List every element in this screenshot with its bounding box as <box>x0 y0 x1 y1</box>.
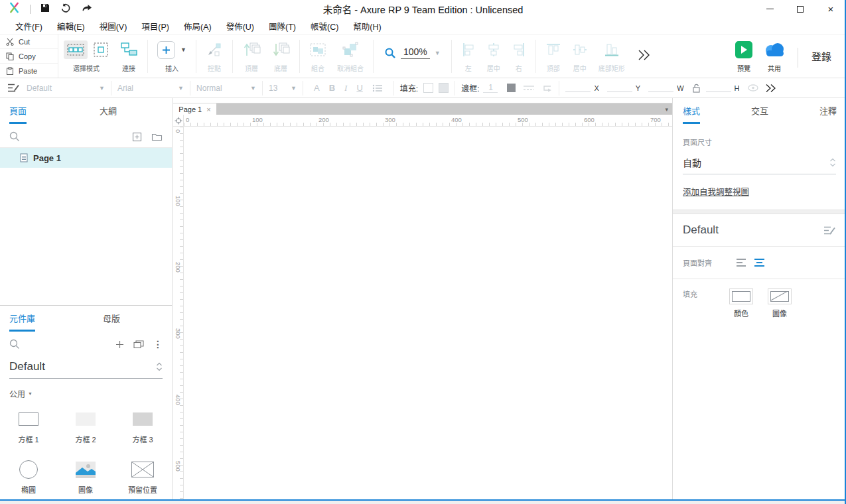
add-adaptive-views-link[interactable]: 添加自我調整視圖 <box>683 185 749 198</box>
scissors-icon <box>6 38 14 46</box>
tab-interactions[interactable]: 交互 <box>751 104 768 122</box>
add-folder-button[interactable] <box>151 132 163 141</box>
tab-libraries[interactable]: 元件庫 <box>9 312 35 332</box>
copy-button[interactable]: Copy <box>0 49 58 64</box>
design-canvas[interactable] <box>184 127 672 499</box>
menu-item-arrange[interactable]: 佈局(A) <box>176 18 219 34</box>
insert-button[interactable]: ▼ 插入 <box>152 40 192 73</box>
align-left-button: 左 <box>456 40 481 73</box>
font-weight-select[interactable]: Normal ▼ <box>196 84 256 93</box>
page-size-select[interactable]: 自動 <box>683 156 836 174</box>
ellipse-widget-icon <box>19 460 38 479</box>
w-field[interactable] <box>648 84 673 92</box>
page-align-left-icon[interactable] <box>736 258 747 267</box>
search-icon[interactable] <box>9 339 20 349</box>
zoom-value[interactable]: 100% <box>401 46 430 59</box>
widget-placeholder[interactable]: 預留位置 <box>114 456 171 495</box>
share-button[interactable]: 共用 <box>758 40 791 73</box>
libraries-panel-tabs: 元件庫 母版 <box>0 306 172 334</box>
page-tree-item-page1[interactable]: Page 1 <box>0 148 172 168</box>
fill-image-swatch[interactable] <box>768 288 792 304</box>
zoom-caret-icon[interactable]: ▼ <box>435 50 441 56</box>
tab-outline[interactable]: 大綱 <box>100 104 117 122</box>
edit-page-style-icon[interactable] <box>823 225 836 236</box>
bold-button: B <box>329 83 335 93</box>
menu-item-help[interactable]: 幫助(H) <box>346 18 388 34</box>
axure-app-window: 未命名 - Axure RP 9 Team Edition : Unlicens… <box>0 0 846 504</box>
tab-close-icon[interactable]: × <box>206 105 210 113</box>
duplicate-library-icon[interactable] <box>133 340 144 349</box>
align-right-button: 右 <box>506 40 531 73</box>
select-mode-button[interactable]: 選擇模式 <box>58 40 114 73</box>
library-section-common[interactable]: 公用 ▼ <box>9 388 163 399</box>
align-center-button: 居中 <box>481 40 506 73</box>
tab-pages[interactable]: 頁面 <box>9 104 27 124</box>
page-style-name: Default <box>683 223 719 237</box>
library-select[interactable]: Default <box>9 360 163 379</box>
vertical-ruler[interactable]: 0 100 200 300 400 500 <box>173 127 184 499</box>
inspector-tabs: 樣式 交互 注釋 <box>673 98 846 126</box>
updown-chevron-icon <box>829 158 836 167</box>
minimize-button[interactable] <box>754 0 785 18</box>
fill-color-option[interactable]: 顏色 <box>729 288 753 318</box>
x-field[interactable] <box>565 84 591 92</box>
fill-image-option[interactable]: 圖像 <box>768 288 792 318</box>
select-intersect-icon[interactable] <box>64 40 88 59</box>
paste-button[interactable]: Paste <box>0 64 58 78</box>
widget-ellipse[interactable]: 橢圓 <box>0 456 57 495</box>
canvas-tab-page1[interactable]: Page 1 × <box>173 103 217 115</box>
ruler-origin-control[interactable] <box>173 115 184 127</box>
h-field[interactable] <box>706 84 731 92</box>
updown-chevron-icon <box>156 362 163 371</box>
font-family-select[interactable]: Arial ▼ <box>117 84 184 93</box>
zoom-control[interactable]: 100% ▼ <box>378 46 447 59</box>
menu-item-edit[interactable]: 編輯(E) <box>50 18 92 34</box>
close-button[interactable]: × <box>815 0 846 18</box>
widget-image[interactable]: 圖像 <box>57 456 114 495</box>
send-to-back-button: 底層 <box>266 40 295 73</box>
cut-button[interactable]: Cut <box>0 34 58 49</box>
menu-item-publish[interactable]: 發佈(U) <box>219 18 261 34</box>
horizontal-ruler[interactable]: 0 100 200 300 400 500 600 700 <box>184 115 672 127</box>
widget-box2[interactable]: 方框 2 <box>57 406 114 444</box>
font-size-select[interactable]: 13 ▼ <box>269 84 297 93</box>
login-button[interactable]: 登錄 <box>805 40 846 63</box>
redo-button[interactable] <box>81 3 93 16</box>
connect-button[interactable]: 連接 <box>114 40 143 73</box>
preview-button[interactable]: 預覽 <box>730 40 758 73</box>
select-contain-icon[interactable] <box>93 42 109 58</box>
canvas-tab-bar: Page 1 × ▾ <box>173 103 672 115</box>
add-library-button[interactable] <box>115 340 124 349</box>
menu-item-account[interactable]: 帳號(C) <box>303 18 346 34</box>
undo-button[interactable] <box>60 3 72 16</box>
tab-notes[interactable]: 注釋 <box>819 104 837 122</box>
add-page-button[interactable] <box>132 132 142 142</box>
widget-box1[interactable]: 方框 1 <box>0 406 57 444</box>
save-button[interactable] <box>40 3 50 16</box>
widget-box3[interactable]: 方框 3 <box>114 406 171 444</box>
menu-item-team[interactable]: 團隊(T) <box>261 18 303 34</box>
fill-color-swatch[interactable] <box>729 288 753 304</box>
kebab-menu-icon[interactable]: ⋮ <box>153 339 163 349</box>
toolbar-overflow-button[interactable] <box>630 49 657 64</box>
align-middle-icon <box>572 42 588 58</box>
insert-caret-icon[interactable]: ▼ <box>180 46 186 53</box>
search-icon[interactable] <box>9 131 20 142</box>
maximize-button[interactable] <box>785 0 815 18</box>
tab-masters[interactable]: 母版 <box>103 312 120 330</box>
lock-ratio-icon[interactable] <box>692 84 701 93</box>
stylebar-overflow-button[interactable] <box>765 84 776 93</box>
menu-item-view[interactable]: 視圖(V) <box>92 18 135 34</box>
page-align-center-icon[interactable] <box>754 258 765 267</box>
italic-button: I <box>344 83 347 94</box>
font-color-button: A <box>314 83 320 93</box>
menu-item-project[interactable]: 項目(P) <box>134 18 176 34</box>
y-field[interactable] <box>607 84 632 92</box>
style-preset-select[interactable]: Default ▼ <box>27 84 105 93</box>
bring-to-front-button: 頂層 <box>237 40 266 73</box>
tab-list-caret-icon[interactable]: ▾ <box>665 106 668 113</box>
menu-item-file[interactable]: 文件(F) <box>8 18 50 34</box>
border-label: 邊框: <box>461 82 479 94</box>
tab-style[interactable]: 樣式 <box>683 104 700 124</box>
edit-style-icon[interactable] <box>7 82 20 94</box>
